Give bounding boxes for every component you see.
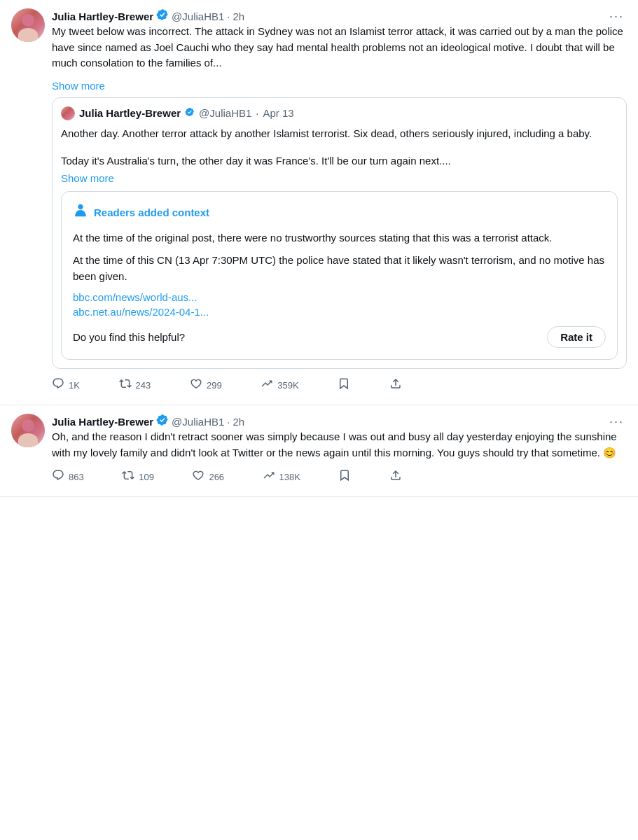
views-icon-1 (261, 377, 273, 393)
community-note-link2[interactable]: abc.net.au/news/2024-04-1... (73, 306, 606, 318)
quoted-avatar (61, 106, 75, 120)
show-more-link-tweet1[interactable]: Show more (52, 80, 105, 92)
rate-it-button[interactable]: Rate it (547, 326, 606, 348)
tweet-2: Julia Hartley-Brewer @JuliaHB1 · 2h ··· … (0, 405, 638, 497)
timestamp-tweet1: 2h (233, 10, 245, 22)
display-name-tweet2[interactable]: Julia Hartley-Brewer (52, 416, 153, 428)
community-note-title: Readers added context (94, 206, 209, 218)
retweet-icon-2 (122, 469, 134, 485)
community-note-text2: At the time of this CN (13 Apr 7:30PM UT… (73, 253, 606, 284)
verified-badge-tweet1 (156, 8, 169, 24)
community-note-text1: At the time of the original post, there … (73, 230, 606, 246)
bookmark-action-2[interactable] (338, 469, 351, 485)
community-note-link1[interactable]: bbc.com/news/world-aus... (73, 291, 606, 303)
like-icon-2 (192, 469, 204, 485)
views-icon-2 (263, 469, 275, 485)
bookmark-icon-1 (338, 377, 350, 393)
retweet-icon-1 (119, 377, 132, 393)
views-action-2[interactable]: 138K (263, 469, 300, 485)
quoted-text-1: Another day. Another terror attack by an… (61, 126, 618, 142)
views-count-2: 138K (279, 472, 300, 482)
retweet-action-1[interactable]: 243 (119, 377, 151, 393)
tweet-text-1: My tweet below was incorrect. The attack… (52, 24, 627, 71)
helpful-text: Do you find this helpful? (73, 331, 185, 343)
like-action-2[interactable]: 266 (192, 469, 224, 485)
views-action-1[interactable]: 359K (261, 377, 298, 393)
like-icon-1 (190, 377, 202, 393)
quoted-tweet-1: Julia Hartley-Brewer @JuliaHB1 · Apr 13 … (52, 97, 627, 370)
avatar-tweet1[interactable] (11, 8, 45, 42)
views-count-1: 359K (277, 380, 298, 391)
quoted-text-2: Today it's Australia's turn, the other d… (61, 153, 618, 169)
quoted-username: @JuliaHB1 (199, 107, 251, 119)
like-count-2: 266 (209, 472, 224, 482)
tweet-1: Julia Hartley-Brewer @JuliaHB1 · 2h ··· … (0, 0, 638, 405)
like-action-1[interactable]: 299 (190, 377, 222, 393)
show-more-link-quoted[interactable]: Show more (61, 172, 114, 184)
like-count-1: 299 (207, 380, 222, 391)
reply-action-2[interactable]: 863 (52, 469, 84, 485)
tweet-text-2: Oh, and the reason I didn't retract soon… (52, 429, 627, 461)
tweet-actions-1: 1K 243 299 (52, 377, 402, 393)
username-tweet1: @JuliaHB1 (172, 10, 224, 22)
reply-count-2: 863 (69, 472, 84, 482)
avatar-tweet2[interactable] (11, 414, 45, 447)
retweet-action-2[interactable]: 109 (122, 469, 154, 485)
share-action-2[interactable] (389, 469, 402, 485)
bookmark-icon-2 (338, 469, 351, 485)
bookmark-action-1[interactable] (338, 377, 350, 393)
more-button-tweet1[interactable]: ··· (606, 9, 627, 24)
tweet-actions-2: 863 109 266 (52, 469, 402, 485)
more-button-tweet2[interactable]: ··· (606, 414, 627, 429)
reply-icon-1 (52, 377, 64, 393)
quoted-verified (185, 107, 195, 120)
reply-count-1: 1K (69, 380, 80, 391)
retweet-count-1: 243 (136, 380, 151, 391)
verified-badge-tweet2 (156, 414, 169, 429)
share-icon-2 (389, 469, 402, 485)
reply-action-1[interactable]: 1K (52, 377, 80, 393)
retweet-count-2: 109 (139, 472, 154, 482)
community-note: Readers added context At the time of the… (61, 191, 618, 360)
reply-icon-2 (52, 469, 64, 485)
share-icon-1 (389, 377, 402, 393)
timestamp-tweet2: 2h (233, 416, 245, 428)
quoted-timestamp: Apr 13 (263, 107, 294, 119)
share-action-1[interactable] (389, 377, 402, 393)
username-tweet2: @JuliaHB1 (172, 416, 224, 428)
community-note-icon (73, 203, 88, 222)
display-name-tweet1[interactable]: Julia Hartley-Brewer (52, 10, 153, 22)
quoted-display-name[interactable]: Julia Hartley-Brewer (79, 107, 181, 119)
